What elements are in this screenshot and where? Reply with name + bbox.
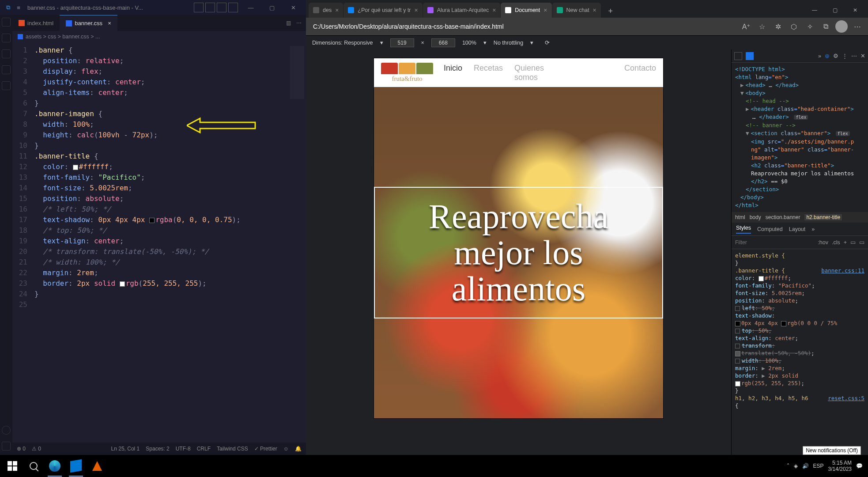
close-icon[interactable]: × (492, 7, 496, 14)
tray-language[interactable]: ESP (813, 463, 824, 469)
status-prettier[interactable]: ✓ Prettier (254, 446, 277, 452)
extension-icon[interactable]: ✲ (772, 20, 784, 33)
browser-tab[interactable]: Alura Latam-Arquitec × (423, 3, 501, 18)
vscode-logo-icon[interactable]: ⧉ (3, 4, 13, 11)
notification-icon[interactable]: 💬 (856, 463, 863, 469)
close-icon[interactable]: × (415, 7, 418, 14)
zoom-label[interactable]: 100% (462, 40, 476, 46)
tab-banner-css[interactable]: banner.css × (60, 15, 117, 31)
viewport-width-input[interactable] (390, 38, 414, 47)
layout-icon[interactable] (194, 3, 204, 12)
new-tab-button[interactable]: + (604, 4, 617, 18)
nav-recetas[interactable]: Recetas (474, 64, 503, 82)
styles-rules[interactable]: element.style {}.banner-title {banner.cs… (732, 249, 868, 455)
browser-tab[interactable]: ¿Por qué usar left y tr × (343, 3, 422, 18)
dom-tree[interactable]: <!DOCTYPE html><html lang="en">▶<head> …… (732, 63, 868, 212)
site-viewport[interactable]: fruta&fruto Inicio Recetas Quienes somos… (374, 58, 663, 418)
hamburger-icon[interactable]: ≡ (13, 4, 24, 11)
layout-icon[interactable] (205, 3, 215, 12)
minimize-icon[interactable]: — (804, 3, 825, 18)
status-errors[interactable]: ⊗ 0 (17, 446, 26, 452)
minimap[interactable] (288, 42, 306, 443)
chevron-down-icon[interactable]: ▾ (483, 39, 487, 46)
device-icon[interactable] (746, 52, 754, 60)
layout-buttons[interactable] (194, 3, 238, 12)
layout-icon[interactable] (228, 3, 238, 12)
inspect-icon[interactable] (734, 52, 742, 60)
taskbar-edge[interactable] (44, 455, 65, 477)
tab-computed[interactable]: Computed (757, 226, 783, 232)
tab-styles[interactable]: Styles (736, 225, 751, 234)
account-icon[interactable] (2, 426, 11, 435)
throttling-label[interactable]: No throttling (494, 40, 523, 46)
minimize-icon[interactable]: — (241, 1, 261, 14)
tray-chevron-icon[interactable]: ˄ (787, 463, 789, 469)
taskbar-vlc[interactable] (87, 455, 108, 477)
code-body[interactable]: .banner { position: relative; display: f… (32, 42, 306, 443)
crumb[interactable]: body (750, 214, 761, 220)
crumb[interactable]: section.banner (766, 214, 800, 220)
breadcrumbs[interactable]: assets > css > banner.css > ... (12, 31, 306, 42)
site-logo[interactable]: fruta&fruto (381, 63, 433, 83)
browser-tab[interactable]: New chat × (552, 3, 601, 18)
crumb[interactable]: h2.banner-title (804, 214, 842, 220)
extension-icon[interactable]: ⬡ (788, 20, 800, 33)
close-icon[interactable]: × (543, 7, 547, 14)
more-tabs-icon[interactable]: » (811, 226, 815, 232)
start-button[interactable] (2, 455, 23, 477)
collections-icon[interactable]: ⧉ (819, 20, 832, 33)
viewport-height-input[interactable] (431, 38, 455, 47)
maximize-icon[interactable]: ▢ (825, 3, 845, 18)
status-spaces[interactable]: Spaces: 2 (146, 446, 169, 452)
nav-quienes-somos[interactable]: Quienes somos (514, 64, 550, 82)
more-icon[interactable]: ⋯ (851, 53, 857, 59)
close-icon[interactable]: ✕ (283, 1, 303, 14)
taskbar-vscode[interactable] (65, 455, 87, 477)
maximize-icon[interactable]: ▢ (262, 1, 282, 14)
code-editor[interactable]: 1234567891011121314151617181920212223242… (12, 42, 306, 443)
url-text[interactable]: C:/Users/Mxrlon/Desktop/alura/arquitectu… (310, 23, 736, 30)
nav-contacto[interactable]: Contacto (624, 64, 656, 82)
status-eol[interactable]: CRLF (197, 446, 211, 452)
debug-icon[interactable] (2, 65, 11, 74)
git-icon[interactable] (2, 49, 11, 58)
cls-toggle[interactable]: .cls (832, 239, 840, 246)
plus-icon[interactable]: ⊕ (825, 53, 830, 59)
bell-icon[interactable]: 🔔 (295, 446, 302, 452)
chevron-down-icon[interactable]: ▾ (530, 39, 533, 46)
search-icon[interactable] (2, 34, 11, 42)
layout-icon[interactable] (217, 3, 226, 12)
status-encoding[interactable]: UTF-8 (176, 446, 191, 452)
status-ln-col[interactable]: Ln 25, Col 1 (111, 446, 140, 452)
favorite-icon[interactable]: ☆ (756, 20, 768, 33)
feedback-icon[interactable]: ☺ (283, 446, 289, 452)
tab-layout[interactable]: Layout (789, 226, 806, 232)
close-icon[interactable]: ✕ (860, 53, 865, 59)
chevron-down-icon[interactable]: ▾ (380, 39, 383, 46)
crumb[interactable]: html (735, 214, 745, 220)
box-icon[interactable]: ▭ (859, 239, 864, 246)
close-icon[interactable]: × (593, 7, 596, 14)
dimensions-label[interactable]: Dimensions: Responsive (312, 40, 373, 46)
box-icon[interactable]: ▭ (850, 239, 856, 246)
explorer-icon[interactable] (2, 18, 11, 26)
tab-index-html[interactable]: index.html (12, 15, 60, 31)
filter-input[interactable] (735, 239, 814, 246)
more-tabs-icon[interactable]: » (818, 53, 821, 59)
settings-icon[interactable]: ⚙ (833, 53, 838, 59)
sound-icon[interactable]: 🔊 (802, 463, 809, 469)
browser-tab[interactable]: Document × (501, 3, 551, 18)
close-icon[interactable]: × (335, 7, 339, 14)
taskbar-clock[interactable]: 5:15 AM 3/14/2023 (828, 460, 852, 472)
read-aloud-icon[interactable]: A⁺ (740, 20, 752, 33)
more-icon[interactable]: ⋯ (851, 20, 864, 33)
new-rule-icon[interactable]: + (844, 239, 847, 246)
close-icon[interactable]: × (108, 20, 111, 26)
collections-icon[interactable]: ✧ (804, 20, 816, 33)
extensions-icon[interactable] (2, 81, 11, 90)
hov-toggle[interactable]: :hov (818, 239, 828, 246)
settings-icon[interactable] (2, 442, 11, 450)
status-warnings[interactable]: ⚠ 0 (32, 446, 41, 452)
split-editor-icon[interactable]: ▥ (286, 20, 291, 26)
taskbar-search[interactable] (23, 455, 44, 477)
